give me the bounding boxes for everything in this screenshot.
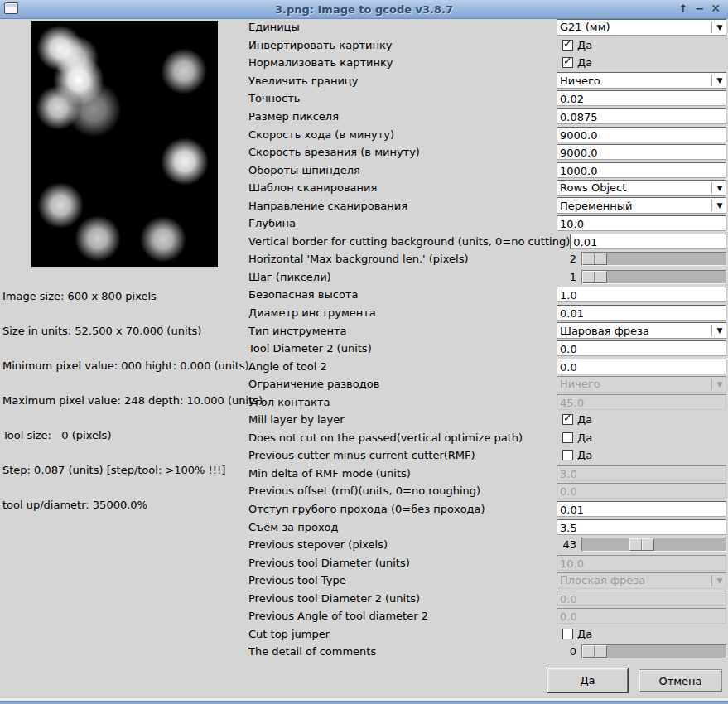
window-icon	[4, 2, 18, 14]
field-label: Angle of tool 2	[248, 360, 557, 373]
preview-dot	[160, 137, 210, 186]
field-label: Направление сканирования	[248, 200, 557, 212]
ok-button[interactable]: Да	[547, 668, 629, 693]
checkbox[interactable]: ✓	[562, 414, 573, 425]
entry-field[interactable]: 9000.0	[557, 144, 726, 160]
entry-field: 0.0	[557, 608, 726, 624]
checkbox[interactable]	[562, 629, 573, 639]
field-5: 0.0875	[557, 108, 726, 126]
field-label: The detail of comments	[248, 645, 557, 658]
image-info-panel: Image size: 600 x 800 pixels Size in uni…	[2, 268, 263, 534]
form-row: Previous tool Diameter 2 (units)0.0	[248, 590, 726, 608]
field-31: Плоская фреза▼	[557, 571, 726, 590]
form-row: Размер пикселя0.0875	[248, 108, 726, 126]
entry-field[interactable]: 9000.0	[557, 127, 726, 142]
check-icon: ✓	[563, 412, 572, 424]
entry-field[interactable]: 0.01	[557, 501, 726, 517]
minimize-icon[interactable]: −	[692, 0, 708, 17]
entry-field: 3.0	[557, 465, 726, 481]
field-15: 1.0	[557, 286, 726, 304]
checkbox[interactable]	[562, 450, 573, 460]
field-35: 0	[557, 643, 726, 661]
field-29: 43	[557, 536, 726, 554]
combo-box[interactable]: G21 (мм)▼	[557, 19, 726, 36]
preview-dot	[74, 215, 122, 263]
field-label: Скорость хода (в минуту)	[248, 128, 557, 141]
entry-field[interactable]: 1.0	[557, 287, 726, 302]
field-label: Увеличить границу	[248, 75, 557, 87]
combo-value: Шаровая фреза	[557, 325, 711, 337]
combo-box[interactable]: Шаровая фреза▼	[557, 322, 726, 339]
form-row: Увеличить границуНичего▼	[248, 72, 726, 90]
combo-separator	[711, 22, 712, 33]
slider-trough[interactable]	[581, 644, 726, 658]
preview-dot	[139, 215, 187, 263]
field-label: Previous cutter minus current cutter(RMF…	[248, 449, 557, 461]
checkbox[interactable]: ✓	[562, 40, 573, 51]
entry-field[interactable]: 10.0	[557, 215, 726, 231]
form-row: Тип инструментаШаровая фреза▼	[248, 321, 726, 340]
checkbox-label: Да	[577, 413, 592, 426]
field-6: 9000.0	[557, 125, 726, 143]
slider-value: 2	[557, 253, 576, 265]
slider-trough[interactable]	[581, 252, 726, 266]
form-row: The detail of comments0	[248, 643, 726, 661]
maximize-icon[interactable]: ↑	[675, 0, 692, 17]
combo-box[interactable]: Переменный▼	[557, 197, 726, 214]
form-row: Ограничение разводовНичего▼	[248, 375, 726, 393]
field-label: Previous tool Type	[248, 574, 557, 586]
field-14: 1	[557, 268, 726, 287]
field-2: ✓Да	[557, 54, 726, 72]
field-label: Нормализовать картинку	[248, 56, 557, 69]
combo-box: Ничего▼	[557, 376, 726, 393]
form-row: Шаг (пиксели)1	[248, 268, 726, 287]
form-row: Обороты шпинделя1000.0	[248, 161, 726, 179]
combo-value: Ничего	[557, 75, 711, 87]
combo-box[interactable]: Rows Object▼	[557, 180, 726, 196]
field-9: Rows Object▼	[557, 179, 726, 197]
entry-field[interactable]: 0.0875	[557, 108, 726, 124]
form-row: Инвертировать картинку✓Да	[248, 36, 726, 55]
field-0: G21 (мм)▼	[557, 18, 726, 36]
field-label: Шаблон сканирования	[248, 181, 557, 194]
chevron-down-icon: ▼	[714, 198, 726, 213]
slider-trough[interactable]	[581, 270, 726, 284]
entry-field[interactable]: 0.0	[557, 340, 726, 356]
slider-trough[interactable]	[581, 538, 726, 552]
form-row: Angle of tool 20.0	[248, 357, 726, 375]
preview-dot	[160, 47, 208, 95]
combo-box[interactable]: Ничего▼	[557, 72, 726, 89]
entry-field[interactable]: 0.01	[570, 234, 726, 249]
field-13: 2	[557, 250, 726, 268]
form-row: Отступ грубого прохода (0=без прохода)0.…	[248, 500, 726, 518]
field-34: Да	[557, 625, 726, 644]
entry-field[interactable]: 0.01	[557, 305, 726, 321]
titlebar[interactable]: 3.png: Image to gcode v3.8.7 ↑ − ✕	[0, 0, 728, 19]
field-label: Безопасная высота	[248, 288, 557, 301]
field-label: Шаг (пиксели)	[248, 271, 557, 283]
combo-separator	[711, 575, 712, 586]
entry-field[interactable]: 3.5	[557, 519, 726, 535]
cancel-button[interactable]: Отмена	[639, 669, 722, 692]
field-28: 3.5	[557, 518, 726, 536]
checkbox-label: Да	[577, 39, 592, 51]
field-label: Скорость врезания (в минуту)	[248, 146, 557, 158]
field-12: 0.01	[570, 233, 726, 251]
checkbox[interactable]	[562, 432, 573, 443]
check-icon: ✓	[563, 55, 572, 67]
field-label: Horizontal 'Max background len.' (pixels…	[248, 253, 557, 265]
slider-thumb[interactable]	[582, 271, 607, 283]
checkbox-label: Да	[577, 628, 592, 640]
entry-field[interactable]: 0.0	[557, 359, 726, 374]
info-line: Size in units: 52.500 x 70.000 (units)	[2, 325, 263, 337]
slider-thumb[interactable]	[629, 538, 654, 551]
checkbox[interactable]: ✓	[562, 57, 573, 68]
close-icon[interactable]: ✕	[707, 0, 724, 17]
slider-thumb[interactable]	[582, 645, 607, 658]
field-24: Да	[557, 446, 726, 465]
entry-field[interactable]: 0.02	[557, 90, 726, 106]
field-19: 0.0	[557, 357, 726, 375]
entry-field[interactable]: 1000.0	[557, 162, 726, 178]
slider-thumb[interactable]	[582, 253, 607, 265]
form-row: Min delta of RMF mode (units)3.0	[248, 465, 726, 483]
